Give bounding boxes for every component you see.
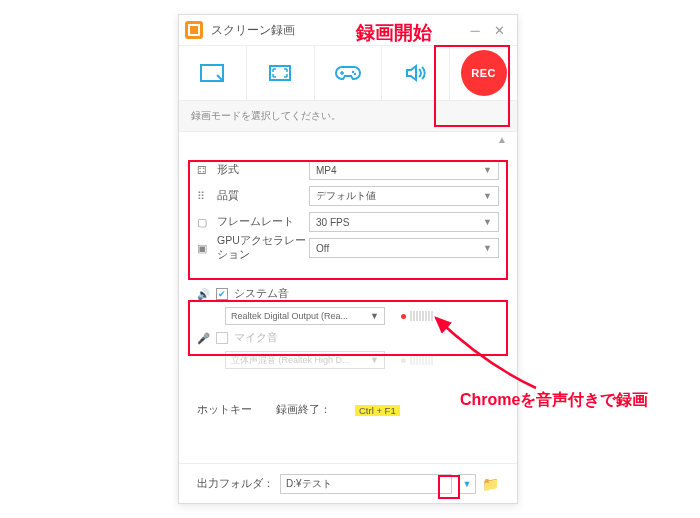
quality-icon: ⠿ bbox=[197, 190, 217, 202]
hotkey-row: ホットキー 録画終了： Ctrl + F1 bbox=[179, 395, 517, 425]
gpu-select[interactable]: Off▼ bbox=[309, 238, 499, 258]
mic-audio-label: マイク音 bbox=[234, 331, 278, 345]
mic-audio-row: 🎤 マイク音 bbox=[197, 327, 499, 349]
svg-rect-1 bbox=[270, 66, 290, 80]
chevron-down-icon: ▼ bbox=[483, 165, 492, 175]
app-icon bbox=[185, 21, 203, 39]
mic-icon: 🎤 bbox=[197, 332, 210, 345]
gpu-icon: ▣ bbox=[197, 242, 217, 254]
quality-select[interactable]: デフォルト値▼ bbox=[309, 186, 499, 206]
mic-device-row: 立体声混音 (Realtek High D...▼ bbox=[197, 349, 499, 371]
region-icon bbox=[199, 63, 225, 83]
row-fps: ▢ フレームレート 30 FPS▼ bbox=[197, 209, 499, 235]
system-audio-label: システム音 bbox=[234, 287, 289, 301]
svg-point-3 bbox=[354, 73, 356, 75]
mic-audio-checkbox[interactable] bbox=[216, 332, 228, 344]
audio-section: 🔊 ✔ システム音 Realtek Digital Output (Rea...… bbox=[189, 275, 507, 379]
record-button[interactable]: REC bbox=[461, 50, 507, 96]
folder-icon[interactable]: 📁 bbox=[482, 476, 499, 492]
output-dropdown-button[interactable]: ▼ bbox=[458, 474, 476, 494]
gamepad-icon bbox=[334, 63, 362, 83]
chevron-down-icon: ▼ bbox=[483, 243, 492, 253]
mode-fullscreen[interactable] bbox=[247, 46, 315, 100]
speaker-small-icon: 🔊 bbox=[197, 288, 210, 301]
fps-icon: ▢ bbox=[197, 216, 217, 228]
output-row: 出力フォルダ： D:¥テスト ▼ 📁 bbox=[179, 463, 517, 503]
minimize-button[interactable]: ─ bbox=[463, 20, 487, 40]
mode-game[interactable] bbox=[315, 46, 383, 100]
hotkey-end-label: 録画終了： bbox=[276, 403, 331, 417]
row-format: ⚃ 形式 MP4▼ bbox=[197, 157, 499, 183]
collapse-toggle[interactable]: ▲ bbox=[179, 132, 517, 147]
fps-select[interactable]: 30 FPS▼ bbox=[309, 212, 499, 232]
chevron-down-icon: ▼ bbox=[483, 217, 492, 227]
close-button[interactable]: ✕ bbox=[487, 20, 511, 40]
mode-audio[interactable] bbox=[382, 46, 450, 100]
format-label: 形式 bbox=[217, 163, 309, 177]
output-path-input[interactable]: D:¥テスト bbox=[280, 474, 452, 494]
row-gpu: ▣ GPUアクセラレーション Off▼ bbox=[197, 235, 499, 261]
mode-hint: 録画モードを選択してください。 bbox=[179, 101, 517, 132]
svg-point-2 bbox=[352, 71, 354, 73]
gpu-label: GPUアクセラレーション bbox=[217, 234, 309, 262]
chevron-down-icon: ▼ bbox=[370, 355, 379, 365]
chevron-down-icon: ▼ bbox=[483, 191, 492, 201]
mic-audio-meter bbox=[401, 355, 433, 365]
window-title: スクリーン録画 bbox=[211, 22, 295, 39]
mode-region[interactable] bbox=[179, 46, 247, 100]
mic-device-select[interactable]: 立体声混音 (Realtek High D...▼ bbox=[225, 351, 385, 369]
fps-label: フレームレート bbox=[217, 215, 309, 229]
row-quality: ⠿ 品質 デフォルト値▼ bbox=[197, 183, 499, 209]
system-audio-checkbox[interactable]: ✔ bbox=[216, 288, 228, 300]
settings-section: ⚃ 形式 MP4▼ ⠿ 品質 デフォルト値▼ ▢ フレームレート 30 FPS▼… bbox=[189, 151, 507, 267]
format-select[interactable]: MP4▼ bbox=[309, 160, 499, 180]
system-device-row: Realtek Digital Output (Rea...▼ bbox=[197, 305, 499, 327]
app-window: スクリーン録画 ─ ✕ REC 録画モードを選択してください。 ▲ ⚃ 形式 M… bbox=[178, 14, 518, 504]
quality-label: 品質 bbox=[217, 189, 309, 203]
titlebar: スクリーン録画 ─ ✕ bbox=[179, 15, 517, 45]
system-audio-row: 🔊 ✔ システム音 bbox=[197, 283, 499, 305]
system-audio-meter bbox=[401, 311, 433, 321]
hotkey-end-key: Ctrl + F1 bbox=[355, 405, 400, 416]
mode-toolbar: REC bbox=[179, 45, 517, 101]
system-device-select[interactable]: Realtek Digital Output (Rea...▼ bbox=[225, 307, 385, 325]
output-label: 出力フォルダ： bbox=[197, 477, 274, 491]
speaker-icon bbox=[404, 63, 428, 83]
format-icon: ⚃ bbox=[197, 164, 217, 176]
record-tool: REC bbox=[450, 46, 517, 100]
hotkey-label: ホットキー bbox=[197, 403, 252, 417]
chevron-down-icon: ▼ bbox=[370, 311, 379, 321]
fullscreen-icon bbox=[267, 63, 293, 83]
